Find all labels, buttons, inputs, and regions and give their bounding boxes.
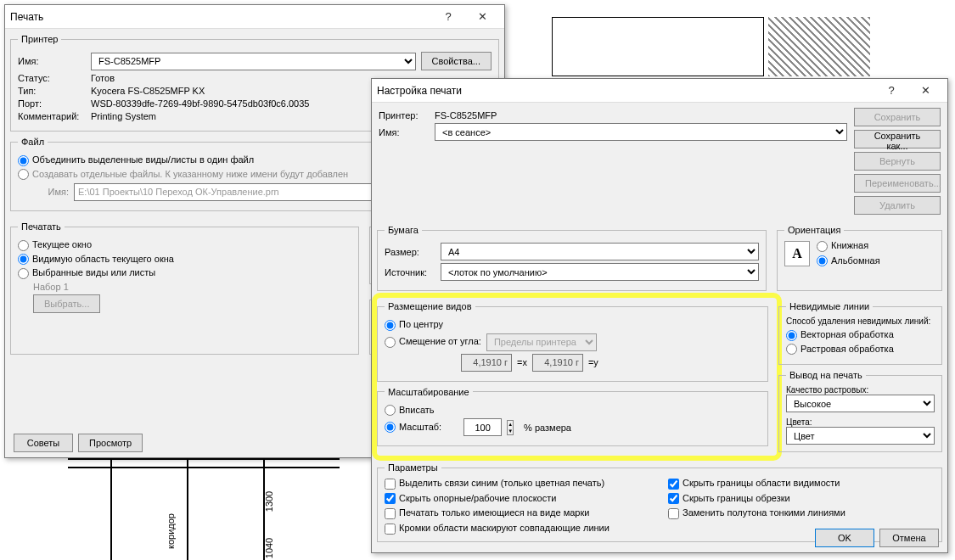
offset-y-input (532, 354, 583, 372)
hidden-label: Способ удаления невидимых линий: (786, 316, 935, 326)
legend-paper: Бумага (385, 225, 422, 235)
legend-placement: Размещение видов (385, 301, 475, 311)
radio-current-window[interactable]: Текущее окно (18, 239, 92, 251)
orientation-icon: A (784, 241, 810, 266)
group-output: Вывод на печать Качество растровых: Высо… (778, 370, 942, 452)
legend-range: Печатать (18, 221, 65, 232)
setup-printer-value: FS-C8525MFP (435, 110, 497, 120)
label-setup-printer: Принтер: (379, 110, 430, 120)
rename-button: Переименовать... (854, 174, 941, 193)
quality-select[interactable]: Высокое (786, 395, 935, 412)
printer-name-select[interactable]: FS-C8525MFP (91, 53, 416, 70)
legend-scale: Масштабирование (385, 387, 473, 397)
paper-source-select[interactable]: <лоток по умолчанию> (441, 263, 759, 281)
label-source: Источник: (385, 267, 435, 277)
legend-printer: Принтер (18, 34, 61, 44)
legend-file: Файл (18, 137, 48, 147)
revert-button: Вернуть (854, 152, 941, 171)
label-size: Размер: (385, 247, 435, 257)
setup-name-select[interactable]: <в сеансе> (435, 123, 847, 141)
select-set-button: Выбрать... (33, 294, 100, 313)
save-button: Сохранить (854, 108, 941, 126)
status-value: Готов (91, 73, 115, 83)
set-label: Набор 1 (33, 282, 69, 292)
spin-up-icon[interactable]: ▲ (508, 421, 513, 428)
paper-size-select[interactable]: A4 (441, 243, 759, 260)
save-as-button[interactable]: Сохранить как... (854, 130, 941, 148)
label-filename: Имя: (18, 187, 69, 197)
radio-center[interactable]: По центру (385, 319, 443, 331)
label-type: Тип: (18, 86, 86, 96)
tips-button[interactable]: Советы (14, 434, 73, 452)
scale-input[interactable] (463, 418, 502, 436)
radio-visible-area[interactable]: Видимую область текущего окна (18, 254, 174, 266)
checkbox-blue-links[interactable]: Выделить связи синим (только цветная печ… (385, 478, 651, 490)
colors-select[interactable]: Цвет (786, 427, 935, 445)
group-hidden: Невидимые линии Способ удаления невидимы… (778, 301, 942, 365)
radio-separate[interactable]: Создавать отдельные файлы. К указанному … (18, 169, 348, 181)
radio-raster[interactable]: Растровая обработка (786, 344, 894, 356)
checkbox-hide-crop[interactable]: Скрыть границы обрезки (668, 493, 935, 505)
print-setup-dialog: Настройка печати ? ✕ Принтер: FS-C8525MF… (371, 78, 948, 553)
delete-button: Удалить (854, 196, 941, 215)
radio-scale[interactable]: Масштаб: (385, 422, 441, 434)
legend-hidden: Невидимые линии (786, 301, 873, 311)
radio-selected-views[interactable]: Выбранные виды или листы (18, 267, 155, 279)
type-value: Kyocera FS-C8525MFP KX (91, 86, 205, 96)
offset-limits-select: Пределы принтера (486, 333, 597, 351)
label-colors: Цвета: (786, 417, 935, 427)
setup-title: Настройка печати (377, 85, 874, 97)
help-icon[interactable]: ? (874, 79, 908, 103)
setup-ok-button[interactable]: OK (815, 529, 874, 547)
label-corridor: коридор (166, 513, 176, 549)
dim-1040: 1040 (264, 538, 274, 558)
label-pct: % размера (524, 423, 571, 433)
legend-orient: Ориентация (784, 225, 844, 235)
offset-x-input (461, 354, 512, 372)
help-icon[interactable]: ? (431, 5, 465, 29)
label-eq-x: =x (517, 357, 527, 367)
radio-merge[interactable]: Объединить выделенные виды/листы в один … (18, 154, 254, 166)
label-setup-name: Имя: (379, 127, 430, 137)
comment-value: Printing System (91, 111, 156, 121)
spin-down-icon[interactable]: ▼ (508, 428, 513, 434)
checkbox-hide-scope[interactable]: Скрыть границы области видимости (668, 478, 935, 490)
legend-options: Параметры (385, 462, 441, 473)
preview-button[interactable]: Просмотр (78, 434, 143, 452)
close-icon[interactable]: ✕ (908, 79, 942, 103)
label-quality: Качество растровых: (786, 385, 935, 395)
dim-1300: 1300 (264, 491, 274, 512)
checkbox-halftone[interactable]: Заменить полутона тонкими линиями (668, 507, 935, 519)
print-titlebar: Печать ? ✕ (5, 5, 504, 29)
label-comment: Комментарий: (18, 111, 86, 121)
radio-landscape[interactable]: Альбомная (817, 255, 880, 267)
checkbox-hide-refplanes[interactable]: Скрыть опорные/рабочие плоскости (385, 493, 651, 505)
port-value: WSD-80339dfe-7269-49bf-9890-5475db03f0c6… (91, 98, 309, 109)
label-eq-y: =y (588, 357, 598, 367)
group-range: Печатать Текущее окно Видимую область те… (10, 221, 359, 355)
radio-fit[interactable]: Вписать (385, 405, 435, 417)
checkbox-only-tags[interactable]: Печатать только имеющиеся на виде марки (385, 507, 651, 519)
label-port: Порт: (18, 98, 86, 109)
group-orient: Ориентация A Книжная Альбомная (777, 225, 942, 291)
setup-cancel-button[interactable]: Отмена (879, 529, 939, 547)
setup-titlebar: Настройка печати ? ✕ (372, 79, 947, 103)
group-placement: Размещение видов По центру Смещение от у… (377, 301, 768, 382)
group-paper: Бумага Размер: A4 Источник: <лоток по ум… (377, 225, 767, 291)
legend-output: Вывод на печать (786, 370, 866, 380)
close-icon[interactable]: ✕ (465, 5, 499, 29)
label-status: Статус: (18, 73, 86, 83)
print-title: Печать (10, 11, 431, 23)
radio-vector[interactable]: Векторная обработка (786, 329, 894, 341)
group-scale: Масштабирование Вписать Масштаб: ▲▼ % ра… (377, 387, 768, 447)
radio-offset[interactable]: Смещение от угла: (385, 336, 481, 348)
radio-portrait[interactable]: Книжная (817, 240, 880, 252)
label-name: Имя: (18, 56, 86, 66)
properties-button[interactable]: Свойства... (421, 52, 492, 70)
